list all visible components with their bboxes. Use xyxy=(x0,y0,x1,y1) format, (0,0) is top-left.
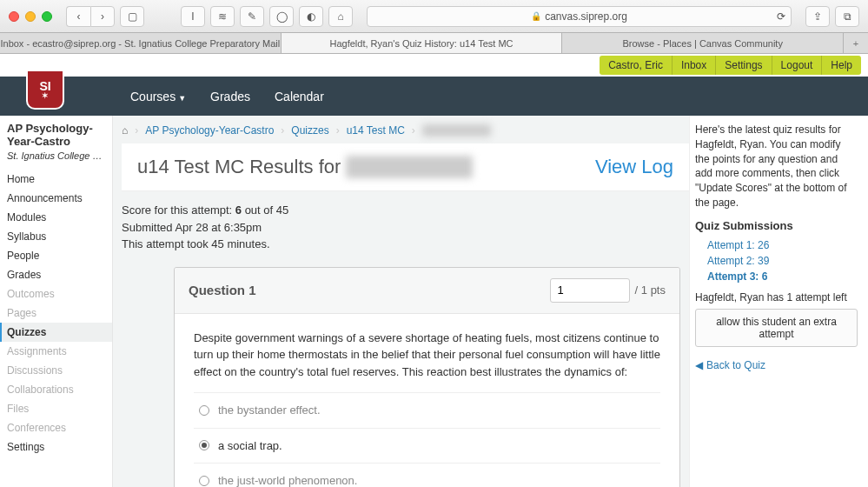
home-icon[interactable]: ⌂ xyxy=(122,124,128,137)
question-label: Question 1 xyxy=(189,283,256,297)
answer-option[interactable]: a social trap. xyxy=(194,428,660,464)
nav-courses[interactable]: Courses▼ xyxy=(130,90,186,103)
new-tab-button[interactable]: + xyxy=(844,33,868,53)
attempt-summary: Score for this attempt: 6 out of 45 Subm… xyxy=(122,191,689,267)
browser-tab-0[interactable]: Inbox - ecastro@siprep.org - St. Ignatiu… xyxy=(0,33,282,53)
nav-grades[interactable]: Grades xyxy=(210,90,250,103)
page-title: u14 Test MC Results for Hagfeldt, Ryan xyxy=(137,156,473,178)
address-bar[interactable]: 🔒 canvas.siprep.org ⟳ xyxy=(367,6,792,27)
crumb-course[interactable]: AP Psychology-Year-Castro xyxy=(145,124,274,137)
forward-button[interactable]: › xyxy=(90,6,115,27)
user-name[interactable]: Castro, Eric xyxy=(600,56,672,75)
ext-button-2[interactable]: ✎ xyxy=(240,6,264,27)
sidebar-item-quizzes[interactable]: Quizzes xyxy=(0,323,112,342)
course-sidebar: AP Psychology-Year-Castro St. Ignatius C… xyxy=(0,116,113,487)
sidebar-item-assignments[interactable]: Assignments xyxy=(0,342,112,361)
attempt-duration: This attempt took 45 minutes. xyxy=(122,236,673,253)
window-controls xyxy=(9,11,52,22)
sidebar-item-outcomes[interactable]: Outcomes xyxy=(0,284,112,304)
minimize-window-icon[interactable] xyxy=(25,11,36,22)
settings-link[interactable]: Settings xyxy=(715,56,771,75)
lock-icon: 🔒 xyxy=(531,11,541,21)
sidebar-item-modules[interactable]: Modules xyxy=(0,208,112,227)
nav-calendar[interactable]: Calendar xyxy=(275,90,324,103)
back-to-quiz-link[interactable]: ◀Back to Quiz xyxy=(695,359,858,371)
ext-button-1[interactable]: ≋ xyxy=(210,6,235,27)
global-nav: SI✶ Courses▼ Grades Calendar xyxy=(0,77,868,116)
extra-attempt-button[interactable]: allow this student an extra attempt xyxy=(695,309,858,347)
page-header: u14 Test MC Results for Hagfeldt, Ryan V… xyxy=(122,143,689,191)
radio-icon xyxy=(199,440,209,450)
inbox-link[interactable]: Inbox xyxy=(672,56,715,75)
sidebar-item-people[interactable]: People xyxy=(0,246,112,265)
question-stem: Despite government warnings of a severe … xyxy=(194,330,660,381)
sidebar-item-conferences[interactable]: Conferences xyxy=(0,418,112,437)
nav-buttons: ‹ › xyxy=(66,6,115,27)
browser-toolbar: ‹ › ▢ I ≋ ✎ ◯ ◐ ⌂ 🔒 canvas.siprep.org ⟳ … xyxy=(0,0,868,33)
browser-tabs: Inbox - ecastro@siprep.org - St. Ignatiu… xyxy=(0,33,868,54)
answer-text: a social trap. xyxy=(218,437,282,455)
submitted-time: Submitted Apr 28 at 6:35pm xyxy=(122,219,673,237)
help-link[interactable]: Help xyxy=(821,56,861,75)
answer-option[interactable]: the bystander effect. xyxy=(194,392,660,428)
course-title: AP Psychology-Year-Castro xyxy=(7,123,105,149)
answer-text: the bystander effect. xyxy=(218,402,321,419)
sidebar-item-discussions[interactable]: Discussions xyxy=(0,361,112,380)
ext-button-4[interactable]: ◐ xyxy=(299,6,323,27)
title-student-hidden: Hagfeldt, Ryan xyxy=(346,156,473,178)
help-text: Here's the latest quiz results for Hagfe… xyxy=(695,123,858,210)
question-card: Question 1 / 1 pts Despite government wa… xyxy=(174,267,680,488)
maximize-window-icon[interactable] xyxy=(42,11,52,22)
user-bar: Castro, Eric Inbox Settings Logout Help xyxy=(0,54,868,77)
share-button[interactable]: ⇪ xyxy=(805,6,830,27)
url-text: canvas.siprep.org xyxy=(545,10,627,23)
points-input[interactable] xyxy=(550,278,630,303)
sidebar-item-grades[interactable]: Grades xyxy=(0,265,112,284)
crumb-quiz[interactable]: u14 Test MC xyxy=(347,124,405,137)
attempt-link[interactable]: Attempt 1: 26 xyxy=(707,239,858,251)
attempt-link[interactable]: Attempt 2: 39 xyxy=(707,255,858,267)
attempts-remaining: Hagfeldt, Ryan has 1 attempt left xyxy=(695,291,858,304)
sidebar-item-collaborations[interactable]: Collaborations xyxy=(0,380,112,399)
points-suffix: / 1 pts xyxy=(635,284,666,297)
crumb-quizzes[interactable]: Quizzes xyxy=(291,124,328,137)
browser-tab-1[interactable]: Hagfeldt, Ryan's Quiz History: u14 Test … xyxy=(282,33,563,53)
reload-icon[interactable]: ⟳ xyxy=(777,10,785,23)
submissions-heading: Quiz Submissions xyxy=(695,219,858,232)
browser-tab-2[interactable]: Browse - Places | Canvas Community xyxy=(562,33,844,53)
sidebar-item-settings[interactable]: Settings xyxy=(0,437,112,457)
main-content: ⌂ › AP Psychology-Year-Castro › Quizzes … xyxy=(113,116,689,487)
sidebar-button[interactable]: ▢ xyxy=(120,6,144,27)
radio-icon xyxy=(199,405,209,416)
back-button[interactable]: ‹ xyxy=(66,6,90,27)
crumb-student-hidden: Hagfeldt, Ryan xyxy=(422,124,491,137)
view-log-link[interactable]: View Log xyxy=(595,156,673,178)
sidebar-item-pages[interactable]: Pages xyxy=(0,304,112,323)
reader-button[interactable]: I xyxy=(181,6,205,27)
course-subtitle: St. Ignatius College Prepara... xyxy=(7,150,105,161)
radio-icon xyxy=(199,476,209,486)
sidebar-item-files[interactable]: Files xyxy=(0,399,112,418)
answer-option[interactable]: the just-world phenomenon. xyxy=(194,463,660,487)
triangle-left-icon: ◀ xyxy=(695,359,703,371)
sidebar-item-announcements[interactable]: Announcements xyxy=(0,189,112,208)
logout-link[interactable]: Logout xyxy=(772,56,822,75)
right-sidebar: Here's the latest quiz results for Hagfe… xyxy=(689,116,868,487)
close-window-icon[interactable] xyxy=(9,11,19,22)
chevron-down-icon: ▼ xyxy=(178,94,186,103)
attempt-link[interactable]: Attempt 3: 6 xyxy=(707,270,858,283)
breadcrumb: ⌂ › AP Psychology-Year-Castro › Quizzes … xyxy=(122,124,689,143)
tabs-button[interactable]: ⧉ xyxy=(835,6,859,27)
sidebar-item-syllabus[interactable]: Syllabus xyxy=(0,227,112,246)
school-logo-icon[interactable]: SI✶ xyxy=(26,71,64,110)
answer-text: the just-world phenomenon. xyxy=(218,472,357,487)
sidebar-item-home[interactable]: Home xyxy=(0,170,112,189)
home-button[interactable]: ⌂ xyxy=(328,6,353,27)
ext-button-3[interactable]: ◯ xyxy=(269,6,294,27)
